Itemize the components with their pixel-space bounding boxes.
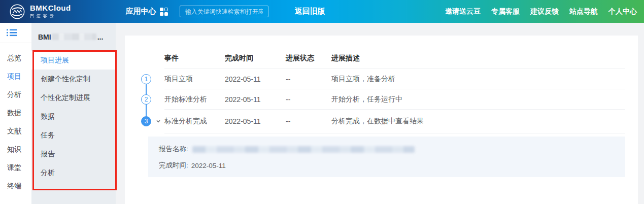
project-sidebar: BMI ... 项目进展 创建个性化定制 个性化定制进展 数据 任务 报告 分析 xyxy=(31,23,116,204)
menu-item-label: 数据 xyxy=(41,112,55,121)
menu-item-label: 个性化定制进展 xyxy=(41,93,90,103)
finish-time-row: 完成时间: 2022-05-11 xyxy=(159,161,625,170)
cell-status: -- xyxy=(286,75,331,83)
sidebar-item-label: 知识 xyxy=(7,145,21,154)
cell-time: 2022-05-11 xyxy=(225,75,286,83)
back-to-old-version-link[interactable]: 返回旧版 xyxy=(295,7,325,16)
brand-logo-icon xyxy=(9,4,25,20)
report-name-label: 报告名称: xyxy=(159,145,188,154)
menu-item-project-progress[interactable]: 项目进展 xyxy=(31,51,116,70)
apps-grid-icon xyxy=(160,8,168,16)
topbar-nav: 邀请送云豆 专属客服 建议反馈 站点导航 个人中心 xyxy=(445,7,637,16)
report-name-row: 报告名称: xyxy=(159,145,625,154)
app-center-label: 应用中心 xyxy=(126,7,156,16)
header-event: 事件 xyxy=(164,54,225,63)
menu-item-create-customization[interactable]: 创建个性化定制 xyxy=(31,70,116,88)
cell-desc: 开始分析，任务运行中 xyxy=(331,95,625,104)
report-detail-panel: 报告名称: 完成时间: 2022-05-11 xyxy=(148,137,625,177)
nav-customer-service[interactable]: 专属客服 xyxy=(491,7,520,16)
menu-item-label: 项目进展 xyxy=(41,56,69,65)
cell-event: 项目立项 xyxy=(164,75,225,84)
brand-text: BMKCloud 百迈客云 xyxy=(30,4,71,19)
cell-time: 2022-05-11 xyxy=(225,117,286,125)
sidebar-item-overview[interactable]: 总览 xyxy=(0,49,31,67)
cell-desc: 分析完成，在数据中查看结果 xyxy=(331,117,625,126)
primary-sidebar-list: 总览 项目 分析 数据 文献 知识 课堂 终端 xyxy=(0,43,31,195)
nav-site-map[interactable]: 站点导航 xyxy=(569,7,598,16)
menu-item-customization-progress[interactable]: 个性化定制进展 xyxy=(31,88,116,107)
app-center-button[interactable]: 应用中心 xyxy=(126,7,168,16)
menu-item-label: 分析 xyxy=(41,168,55,178)
sidebar-item-label: 终端 xyxy=(7,182,21,191)
menu-item-reports[interactable]: 报告 xyxy=(31,145,116,163)
step-indicator-1: 1 xyxy=(141,74,151,84)
cell-desc: 项目立项，准备分析 xyxy=(331,75,625,84)
sidebar-item-label: 总览 xyxy=(7,54,21,63)
menu-item-label: 报告 xyxy=(41,150,55,159)
topbar: BMKCloud 百迈客云 应用中心 返回旧版 邀请送云豆 专属客服 建议反馈 … xyxy=(0,0,644,23)
brand-subname: 百迈客云 xyxy=(30,13,71,19)
menu-item-label: 任务 xyxy=(41,131,55,140)
finish-time-label: 完成时间: xyxy=(159,161,188,170)
timeline-rail: 1 2 3 xyxy=(125,36,156,204)
sidebar-item-data[interactable]: 数据 xyxy=(0,104,31,122)
sidebar-item-terminal[interactable]: 终端 xyxy=(0,177,31,195)
menu-item-data[interactable]: 数据 xyxy=(31,107,116,126)
nav-personal-center[interactable]: 个人中心 xyxy=(608,7,637,16)
project-title-prefix: BMI xyxy=(38,33,51,41)
header-progress-desc: 进展描述 xyxy=(331,54,625,63)
nav-invite-beans[interactable]: 邀请送云豆 xyxy=(445,7,481,16)
project-title-ellipsis: ... xyxy=(97,33,104,41)
body: 总览 项目 分析 数据 文献 知识 课堂 终端 BMI ... 项目进展 创建个… xyxy=(0,23,644,204)
sidebar-collapse-toggle[interactable] xyxy=(0,23,31,43)
sidebar-item-classroom[interactable]: 课堂 xyxy=(0,159,31,177)
progress-table: 事件 完成时间 进展状态 进展描述 项目立项 2022-05-11 -- 项目立… xyxy=(125,48,638,133)
sidebar-item-label: 课堂 xyxy=(7,163,21,173)
sidebar-item-knowledge[interactable]: 知识 xyxy=(0,141,31,159)
chevron-down-icon[interactable] xyxy=(156,119,161,124)
page: BMKCloud 百迈客云 应用中心 返回旧版 邀请送云豆 专属客服 建议反馈 … xyxy=(0,0,644,204)
menu-item-analysis[interactable]: 分析 xyxy=(31,163,116,182)
sidebar-item-label: 数据 xyxy=(7,109,21,118)
list-menu-icon xyxy=(7,29,17,37)
table-row: 项目立项 2022-05-11 -- 项目立项，准备分析 xyxy=(164,69,625,89)
app-search-input[interactable] xyxy=(180,6,268,17)
brand-name: BMKCloud xyxy=(30,4,71,12)
cell-event: 标准分析完成 xyxy=(164,117,225,126)
primary-sidebar: 总览 项目 分析 数据 文献 知识 课堂 终端 xyxy=(0,23,31,204)
project-sidebar-menu: 项目进展 创建个性化定制 个性化定制进展 数据 任务 报告 分析 xyxy=(31,51,116,182)
cell-event: 开始标准分析 xyxy=(164,95,225,104)
header-finish-time: 完成时间 xyxy=(225,54,286,63)
cell-status: -- xyxy=(286,117,331,125)
cell-status: -- xyxy=(286,95,331,104)
step-indicator-2: 2 xyxy=(141,94,151,105)
sidebar-item-label: 项目 xyxy=(7,72,21,81)
sidebar-item-projects[interactable]: 项目 xyxy=(0,67,31,86)
progress-card: 1 2 3 事件 完成时间 进展状态 进展描述 项目立项 2022-05-11 … xyxy=(125,36,638,204)
menu-item-tasks[interactable]: 任务 xyxy=(31,126,116,145)
sidebar-item-label: 文献 xyxy=(7,127,21,136)
cell-event-label: 标准分析完成 xyxy=(164,117,207,125)
project-title-redacted xyxy=(52,33,96,40)
report-name-redacted xyxy=(192,146,415,153)
table-row: 开始标准分析 2022-05-11 -- 开始分析，任务运行中 xyxy=(164,89,625,110)
table-row-expandable[interactable]: 标准分析完成 2022-05-11 -- 分析完成，在数据中查看结果 xyxy=(164,110,625,133)
step-indicator-3: 3 xyxy=(141,116,151,126)
sidebar-item-label: 分析 xyxy=(7,90,21,99)
menu-item-label: 创建个性化定制 xyxy=(41,75,90,84)
finish-time-value: 2022-05-11 xyxy=(191,162,226,169)
nav-feedback[interactable]: 建议反馈 xyxy=(530,7,559,16)
sidebar-item-analysis[interactable]: 分析 xyxy=(0,86,31,104)
header-progress-status: 进展状态 xyxy=(286,54,331,63)
sidebar-item-literature[interactable]: 文献 xyxy=(0,122,31,141)
table-header-row: 事件 完成时间 进展状态 进展描述 xyxy=(164,48,625,69)
project-title: BMI ... xyxy=(31,23,116,51)
main-content: 1 2 3 事件 完成时间 进展状态 进展描述 项目立项 2022-05-11 … xyxy=(116,23,644,204)
cell-time: 2022-05-11 xyxy=(225,95,286,104)
brand-logo[interactable]: BMKCloud 百迈客云 xyxy=(9,4,71,20)
